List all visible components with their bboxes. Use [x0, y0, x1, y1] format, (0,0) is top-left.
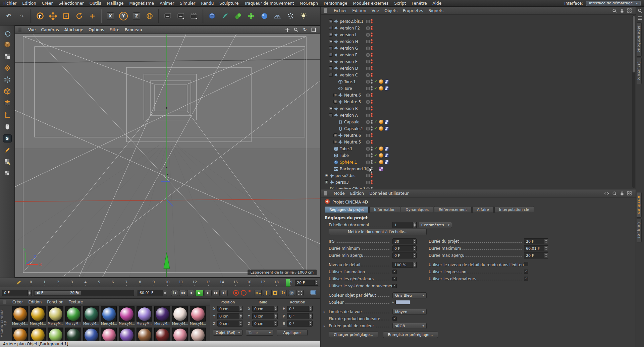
expand-icon[interactable]: + — [329, 33, 333, 37]
visibility-dots[interactable] — [371, 86, 373, 91]
jump-start-button[interactable]: |◀ — [171, 290, 178, 296]
texture-tag-icon[interactable] — [384, 126, 389, 131]
texture-tag-icon[interactable] — [384, 86, 389, 91]
visibility-dots[interactable] — [371, 100, 373, 104]
add-spline-button[interactable] — [219, 9, 231, 23]
expander-icon[interactable]: ▸ — [324, 324, 325, 328]
checkbox[interactable] — [524, 262, 528, 266]
add-deformer-button[interactable] — [245, 9, 257, 23]
visibility-dots[interactable] — [371, 126, 373, 131]
visibility-dots[interactable] — [371, 120, 373, 124]
menu-script[interactable]: Script — [394, 1, 406, 6]
attr-control[interactable]: ✓ — [392, 283, 397, 288]
object-row-capsule[interactable]: Capsule✓ — [321, 119, 633, 125]
texture-tag-icon[interactable] — [379, 167, 383, 171]
value-field[interactable]: 30 — [392, 238, 417, 244]
layer-swatch[interactable] — [366, 120, 370, 124]
pan-view-icon[interactable] — [284, 27, 290, 33]
menu-cr-er[interactable]: Créer — [42, 1, 53, 6]
size-mode-dropdown[interactable]: Taille▾ — [246, 330, 273, 336]
editor-visibility-dot[interactable] — [371, 39, 373, 41]
search-icon[interactable] — [612, 8, 617, 13]
checkbox[interactable]: ✓ — [392, 277, 397, 281]
undo-button[interactable]: ↶ — [3, 9, 15, 23]
dropdown[interactable]: Gris-Bleu▾ — [392, 292, 427, 298]
material-item[interactable] — [154, 328, 170, 341]
rotate-tool-button[interactable] — [73, 9, 85, 23]
enabled-check-icon[interactable]: ✓ — [374, 146, 377, 151]
layer-swatch[interactable] — [366, 26, 370, 30]
layer-swatch[interactable] — [366, 127, 370, 130]
material-menu-edition[interactable]: Edition — [28, 300, 42, 304]
tab-information[interactable]: Information — [369, 206, 400, 213]
editor-visibility-dot[interactable] — [371, 33, 373, 35]
interface-dropdown[interactable]: Interface de démarrage ▾ — [586, 1, 641, 6]
material-tag-icon[interactable] — [379, 120, 383, 124]
layer-swatch[interactable] — [366, 181, 370, 184]
material-menu-texture[interactable]: Texture — [69, 300, 83, 304]
edges-mode-button[interactable] — [2, 86, 13, 97]
expand-icon[interactable]: + — [333, 140, 337, 144]
visibility-dots[interactable] — [371, 187, 373, 189]
editor-visibility-dot[interactable] — [371, 46, 373, 48]
coordinate-system-button[interactable] — [144, 9, 156, 23]
arrows-icon[interactable] — [604, 191, 609, 196]
checkbox[interactable]: ✓ — [392, 284, 397, 288]
object-row-neutre-5[interactable]: +Neutre.5 — [321, 139, 633, 146]
render-visibility-dot[interactable] — [371, 82, 373, 84]
editor-visibility-dot[interactable] — [371, 106, 373, 108]
object-row-tore-1[interactable]: Tore.1✓ — [321, 78, 633, 85]
material-item[interactable]: MercyM... — [83, 306, 99, 326]
object-menu-propri-t-s[interactable]: Propriétés — [403, 8, 423, 13]
layer-swatch[interactable] — [366, 40, 370, 43]
panel-grip-icon[interactable] — [324, 191, 327, 195]
maximize-view-icon[interactable] — [311, 27, 317, 33]
object-row-neutre-6[interactable]: +Neutre.6 — [321, 132, 633, 139]
render-visibility-dot[interactable] — [371, 55, 373, 57]
material-item[interactable]: MercyM... — [101, 306, 117, 326]
menu-s-lectionner[interactable]: Sélectionner — [59, 1, 84, 6]
stepper[interactable] — [274, 306, 277, 311]
coordinate-mode-dropdown[interactable]: Objet (Rel)▾ — [213, 330, 243, 336]
stepper[interactable] — [309, 321, 312, 326]
stepper[interactable] — [239, 306, 243, 311]
layer-swatch[interactable] — [366, 94, 370, 97]
tab-r-glages-du-projet[interactable]: Réglages du projet — [325, 206, 369, 213]
checkbox[interactable]: ✓ — [392, 270, 397, 274]
render-visibility-dot[interactable] — [371, 122, 373, 124]
tab-interpolation-cl[interactable]: Interpolation clé — [494, 206, 534, 213]
viewport-menu-affichage[interactable]: Affichage — [64, 27, 83, 32]
attribute-menu-mode[interactable]: Mode — [334, 191, 345, 196]
stepper[interactable] — [239, 313, 243, 319]
object-row-version-a[interactable]: −version A — [321, 112, 633, 119]
viewport-menu-cam-ras[interactable]: Caméras — [41, 27, 59, 32]
menu-maillage[interactable]: Maillage — [107, 1, 123, 6]
uv-edit-button[interactable] — [2, 168, 13, 179]
preview-range-slider[interactable]: ◀ 0 F 20 F ▶ — [34, 290, 134, 296]
layer-swatch[interactable] — [366, 114, 370, 117]
rotate-view-icon[interactable]: ↻ — [302, 27, 308, 33]
menu-traqueur-de-mouvement[interactable]: Traqueur de mouvement — [244, 1, 294, 6]
visibility-dots[interactable] — [371, 79, 373, 84]
unit-control[interactable]: Centimètres▾ — [419, 222, 452, 228]
render-visibility-dot[interactable] — [371, 35, 373, 37]
enabled-check-icon[interactable]: ✓ — [374, 86, 377, 91]
material-item[interactable] — [12, 328, 28, 341]
stepper[interactable] — [413, 262, 416, 268]
visibility-dots[interactable] — [371, 93, 373, 97]
expand-icon[interactable]: + — [329, 19, 333, 23]
render-visibility-dot[interactable] — [371, 142, 373, 144]
menu-aide[interactable]: Aide — [433, 1, 442, 6]
stepper[interactable] — [544, 246, 548, 251]
grid-icon[interactable] — [627, 8, 632, 13]
z-axis-lock-button[interactable]: Z — [130, 9, 143, 23]
stepper[interactable] — [544, 253, 548, 258]
add-environment-button[interactable] — [258, 9, 270, 23]
render-visibility-dot[interactable] — [371, 62, 373, 64]
move-tool-button[interactable] — [47, 9, 59, 23]
viewport-menu-vue[interactable]: Vue — [28, 27, 36, 32]
menu-icon[interactable] — [638, 16, 642, 21]
expand-icon[interactable]: + — [329, 60, 333, 63]
next-frame-button[interactable]: ▶ — [205, 290, 212, 296]
lock-axis-button[interactable] — [2, 145, 13, 155]
